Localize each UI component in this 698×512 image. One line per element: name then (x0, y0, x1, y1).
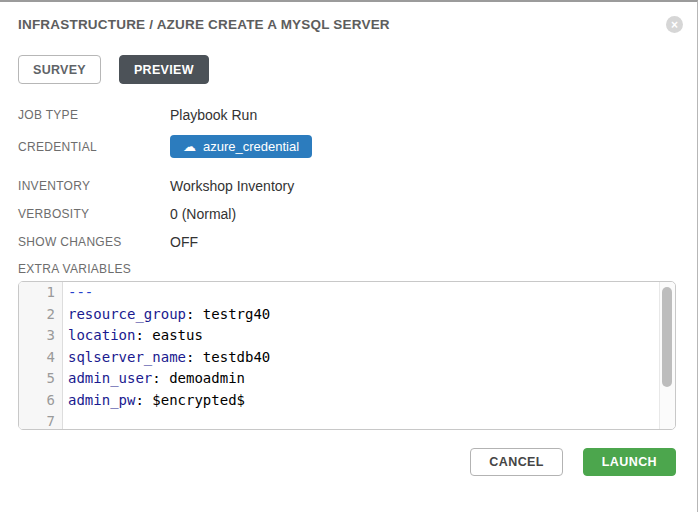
credential-label: CREDENTIAL (18, 140, 170, 154)
editor-scrollbar-thumb[interactable] (662, 287, 672, 387)
tab-preview[interactable]: PREVIEW (119, 55, 209, 84)
close-icon[interactable]: × (666, 16, 683, 33)
code-line: 6 admin_pw: $encrypted$ (19, 390, 675, 412)
yaml-value: : testdb40 (186, 349, 270, 365)
yaml-meta: --- (68, 284, 93, 300)
code-line: 3 location: eastus (19, 325, 675, 347)
code-line: 1 --- (19, 282, 675, 304)
job-type-value: Playbook Run (170, 107, 257, 123)
line-number: 5 (19, 368, 63, 390)
verbosity-label: VERBOSITY (18, 207, 170, 221)
inventory-label: INVENTORY (18, 179, 170, 193)
yaml-value: : demoadmin (152, 370, 245, 386)
yaml-key: sqlserver_name (68, 349, 186, 365)
line-number: 4 (19, 347, 63, 369)
credential-badge[interactable]: ☁ azure_credential (170, 135, 312, 158)
launch-preview-modal: INFRASTRUCTURE / AZURE CREATE A MYSQL SE… (0, 2, 697, 512)
yaml-key: location (68, 327, 135, 343)
modal-header: INFRASTRUCTURE / AZURE CREATE A MYSQL SE… (18, 15, 676, 33)
code-line: 2 resource_group: testrg40 (19, 304, 675, 326)
line-number: 6 (19, 390, 63, 412)
modal-footer: CANCEL LAUNCH (18, 448, 676, 476)
editor-scrollbar-track[interactable] (659, 282, 675, 429)
yaml-value: : testrg40 (186, 306, 270, 322)
cancel-button[interactable]: CANCEL (470, 448, 562, 476)
row-extra-variables-label: EXTRA VARIABLES (18, 262, 676, 276)
line-number: 1 (19, 282, 63, 304)
credential-badge-label: azure_credential (203, 139, 299, 154)
yaml-value: : $encrypted$ (135, 392, 245, 408)
row-credential: CREDENTIAL ☁ azure_credential (18, 135, 676, 158)
row-inventory: INVENTORY Workshop Inventory (18, 178, 676, 194)
code-line: 7 (19, 411, 675, 430)
cloud-icon: ☁ (183, 140, 196, 153)
yaml-value: : eastus (135, 327, 202, 343)
launch-button[interactable]: LAUNCH (583, 448, 676, 476)
line-number: 7 (19, 411, 63, 430)
line-number: 2 (19, 304, 63, 326)
tab-survey[interactable]: SURVEY (18, 55, 101, 84)
code-line: 5 admin_user: demoadmin (19, 368, 675, 390)
yaml-key: resource_group (68, 306, 186, 322)
tab-bar: SURVEY PREVIEW (18, 55, 676, 84)
show-changes-label: SHOW CHANGES (18, 235, 170, 249)
job-type-label: JOB TYPE (18, 108, 170, 122)
verbosity-value: 0 (Normal) (170, 206, 236, 222)
yaml-key: admin_pw (68, 392, 135, 408)
code-line: 4 sqlserver_name: testdb40 (19, 347, 675, 369)
job-details: JOB TYPE Playbook Run CREDENTIAL ☁ azure… (18, 107, 676, 430)
page-title: INFRASTRUCTURE / AZURE CREATE A MYSQL SE… (18, 15, 390, 32)
row-show-changes: SHOW CHANGES OFF (18, 234, 676, 250)
row-job-type: JOB TYPE Playbook Run (18, 107, 676, 123)
line-number: 3 (19, 325, 63, 347)
show-changes-value: OFF (170, 234, 198, 250)
row-verbosity: VERBOSITY 0 (Normal) (18, 206, 676, 222)
yaml-key: admin_user (68, 370, 152, 386)
inventory-value: Workshop Inventory (170, 178, 294, 194)
extra-variables-editor[interactable]: 1 --- 2 resource_group: testrg40 3 locat… (18, 281, 676, 430)
extra-variables-label: EXTRA VARIABLES (18, 262, 170, 276)
